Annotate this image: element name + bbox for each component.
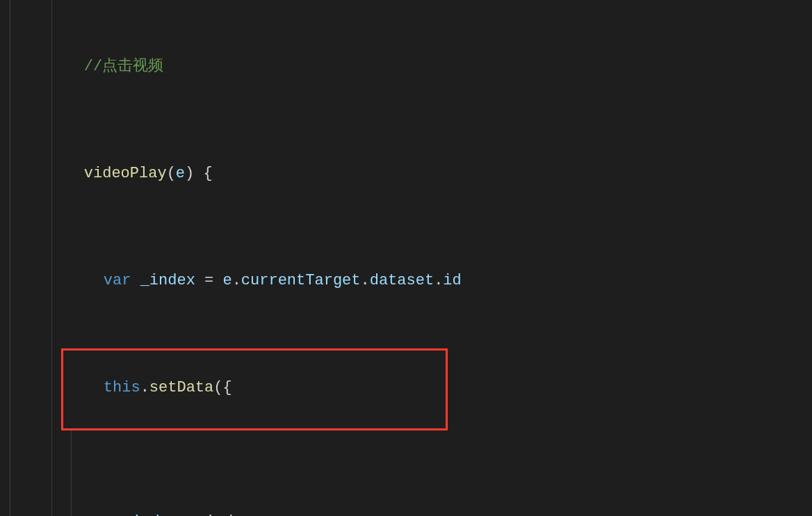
property: id — [443, 272, 461, 289]
method: setData — [149, 379, 213, 396]
code-editor[interactable]: //点击视频 videoPlay(e) { var _index = e.cur… — [0, 0, 812, 516]
punctuation: . — [434, 272, 443, 289]
punctuation: . — [232, 272, 241, 289]
text: = — [195, 272, 223, 289]
function-name: videoPlay — [84, 165, 167, 182]
punctuation: . — [361, 272, 370, 289]
punctuation: ) { — [185, 165, 213, 182]
text — [131, 272, 140, 289]
code-line[interactable]: //点击视频 — [14, 0, 812, 107]
code-line[interactable]: var _index = e.currentTarget.dataset.id — [14, 214, 812, 321]
punctuation: ({ — [213, 379, 232, 396]
punctuation: . — [140, 379, 149, 396]
code-line[interactable]: _index: _index, — [14, 428, 812, 516]
keyword-var: var — [104, 272, 131, 289]
property: currentTarget — [241, 272, 361, 289]
variable: _index — [140, 272, 195, 289]
punctuation: ( — [167, 165, 176, 182]
param: e — [176, 165, 185, 182]
keyword-this: this — [104, 379, 140, 396]
variable: e — [222, 272, 232, 289]
property: dataset — [370, 272, 434, 289]
code-line[interactable]: this.setData({ — [14, 321, 812, 428]
code-line[interactable]: videoPlay(e) { — [14, 107, 812, 214]
text: _index, — [187, 513, 261, 517]
property-key: _index: — [123, 513, 187, 517]
comment-text: //点击视频 — [84, 58, 163, 75]
